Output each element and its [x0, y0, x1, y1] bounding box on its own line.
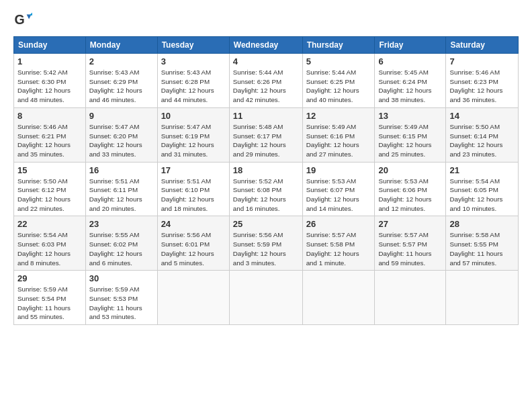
day-info: Sunrise: 5:56 AM Sunset: 6:01 PM Dayligh…: [161, 230, 226, 267]
calendar-cell: 20Sunrise: 5:53 AM Sunset: 6:06 PM Dayli…: [375, 162, 446, 216]
day-info: Sunrise: 5:49 AM Sunset: 6:15 PM Dayligh…: [378, 122, 442, 159]
calendar-cell: 16Sunrise: 5:51 AM Sunset: 6:11 PM Dayli…: [85, 162, 157, 216]
day-info: Sunrise: 5:54 AM Sunset: 6:05 PM Dayligh…: [449, 177, 515, 214]
day-number: 3: [161, 56, 226, 66]
calendar-cell: 23Sunrise: 5:55 AM Sunset: 6:02 PM Dayli…: [85, 216, 157, 271]
col-sunday: Sunday: [14, 37, 86, 54]
day-number: 5: [306, 56, 371, 66]
calendar-cell: 7Sunrise: 5:46 AM Sunset: 6:23 PM Daylig…: [446, 54, 519, 108]
day-info: Sunrise: 5:50 AM Sunset: 6:12 PM Dayligh…: [17, 177, 82, 214]
day-number: 12: [306, 111, 371, 121]
calendar-cell: 19Sunrise: 5:53 AM Sunset: 6:07 PM Dayli…: [302, 162, 375, 216]
calendar-header-row: Sunday Monday Tuesday Wednesday Thursday…: [14, 37, 519, 54]
day-info: Sunrise: 5:47 AM Sunset: 6:19 PM Dayligh…: [161, 122, 226, 159]
col-tuesday: Tuesday: [157, 37, 229, 54]
day-info: Sunrise: 5:57 AM Sunset: 5:57 PM Dayligh…: [378, 230, 442, 267]
day-number: 11: [233, 111, 299, 121]
day-info: Sunrise: 5:56 AM Sunset: 5:59 PM Dayligh…: [233, 230, 299, 267]
day-number: 19: [306, 165, 371, 175]
day-number: 27: [378, 219, 442, 229]
day-number: 18: [233, 165, 299, 175]
page-header: G: [13, 11, 519, 30]
day-info: Sunrise: 5:47 AM Sunset: 6:20 PM Dayligh…: [89, 122, 154, 159]
calendar-cell: 30Sunrise: 5:59 AM Sunset: 5:53 PM Dayli…: [85, 271, 157, 325]
day-number: 9: [89, 111, 154, 121]
day-number: 6: [378, 56, 442, 66]
calendar-cell: 18Sunrise: 5:52 AM Sunset: 6:08 PM Dayli…: [229, 162, 302, 216]
calendar-cell: 22Sunrise: 5:54 AM Sunset: 6:03 PM Dayli…: [14, 216, 86, 271]
day-info: Sunrise: 5:46 AM Sunset: 6:23 PM Dayligh…: [449, 68, 515, 105]
calendar-cell: 21Sunrise: 5:54 AM Sunset: 6:05 PM Dayli…: [446, 162, 519, 216]
day-info: Sunrise: 5:42 AM Sunset: 6:30 PM Dayligh…: [17, 68, 82, 105]
day-info: Sunrise: 5:49 AM Sunset: 6:16 PM Dayligh…: [306, 122, 371, 159]
calendar-cell: 28Sunrise: 5:58 AM Sunset: 5:55 PM Dayli…: [446, 216, 519, 271]
day-info: Sunrise: 5:46 AM Sunset: 6:21 PM Dayligh…: [17, 122, 82, 159]
day-info: Sunrise: 5:44 AM Sunset: 6:26 PM Dayligh…: [233, 68, 299, 105]
calendar-cell: 24Sunrise: 5:56 AM Sunset: 6:01 PM Dayli…: [157, 216, 229, 271]
col-thursday: Thursday: [302, 37, 375, 54]
day-number: 10: [161, 111, 226, 121]
logo: G: [13, 11, 35, 30]
day-number: 21: [449, 165, 515, 175]
day-number: 30: [89, 273, 154, 283]
calendar-cell: 2Sunrise: 5:43 AM Sunset: 6:29 PM Daylig…: [85, 54, 157, 108]
logo-icon: G: [13, 11, 32, 30]
day-info: Sunrise: 5:58 AM Sunset: 5:55 PM Dayligh…: [449, 230, 515, 267]
day-info: Sunrise: 5:59 AM Sunset: 5:54 PM Dayligh…: [17, 285, 82, 322]
day-number: 16: [89, 165, 154, 175]
calendar-cell: 8Sunrise: 5:46 AM Sunset: 6:21 PM Daylig…: [14, 107, 86, 162]
day-info: Sunrise: 5:45 AM Sunset: 6:24 PM Dayligh…: [378, 68, 442, 105]
day-info: Sunrise: 5:44 AM Sunset: 6:25 PM Dayligh…: [306, 68, 371, 105]
day-info: Sunrise: 5:53 AM Sunset: 6:07 PM Dayligh…: [306, 177, 371, 214]
calendar-cell: 10Sunrise: 5:47 AM Sunset: 6:19 PM Dayli…: [157, 107, 229, 162]
calendar-cell: 29Sunrise: 5:59 AM Sunset: 5:54 PM Dayli…: [14, 271, 86, 325]
calendar-cell: [302, 271, 375, 325]
calendar-cell: 5Sunrise: 5:44 AM Sunset: 6:25 PM Daylig…: [302, 54, 375, 108]
day-number: 17: [161, 165, 226, 175]
calendar-cell: [375, 271, 446, 325]
col-friday: Friday: [375, 37, 446, 54]
calendar-cell: 17Sunrise: 5:51 AM Sunset: 6:10 PM Dayli…: [157, 162, 229, 216]
calendar-cell: 11Sunrise: 5:48 AM Sunset: 6:17 PM Dayli…: [229, 107, 302, 162]
svg-text:G: G: [14, 12, 24, 27]
day-info: Sunrise: 5:54 AM Sunset: 6:03 PM Dayligh…: [17, 230, 82, 267]
day-info: Sunrise: 5:57 AM Sunset: 5:58 PM Dayligh…: [306, 230, 371, 267]
day-info: Sunrise: 5:52 AM Sunset: 6:08 PM Dayligh…: [233, 177, 299, 214]
calendar-cell: 15Sunrise: 5:50 AM Sunset: 6:12 PM Dayli…: [14, 162, 86, 216]
calendar-cell: [446, 271, 519, 325]
day-number: 14: [449, 111, 515, 121]
calendar-cell: 4Sunrise: 5:44 AM Sunset: 6:26 PM Daylig…: [229, 54, 302, 108]
day-info: Sunrise: 5:50 AM Sunset: 6:14 PM Dayligh…: [449, 122, 515, 159]
day-info: Sunrise: 5:51 AM Sunset: 6:11 PM Dayligh…: [89, 177, 154, 214]
day-number: 22: [17, 219, 82, 229]
day-info: Sunrise: 5:53 AM Sunset: 6:06 PM Dayligh…: [378, 177, 442, 214]
day-number: 29: [17, 273, 82, 283]
calendar-cell: 6Sunrise: 5:45 AM Sunset: 6:24 PM Daylig…: [375, 54, 446, 108]
day-number: 28: [449, 219, 515, 229]
day-number: 25: [233, 219, 299, 229]
calendar-table: Sunday Monday Tuesday Wednesday Thursday…: [13, 36, 519, 325]
calendar-cell: 12Sunrise: 5:49 AM Sunset: 6:16 PM Dayli…: [302, 107, 375, 162]
day-number: 24: [161, 219, 226, 229]
calendar-cell: 9Sunrise: 5:47 AM Sunset: 6:20 PM Daylig…: [85, 107, 157, 162]
calendar-cell: 1Sunrise: 5:42 AM Sunset: 6:30 PM Daylig…: [14, 54, 86, 108]
calendar-cell: 26Sunrise: 5:57 AM Sunset: 5:58 PM Dayli…: [302, 216, 375, 271]
calendar-cell: 25Sunrise: 5:56 AM Sunset: 5:59 PM Dayli…: [229, 216, 302, 271]
day-number: 7: [449, 56, 515, 66]
col-saturday: Saturday: [446, 37, 519, 54]
day-info: Sunrise: 5:51 AM Sunset: 6:10 PM Dayligh…: [161, 177, 226, 214]
day-number: 23: [89, 219, 154, 229]
day-number: 4: [233, 56, 299, 66]
calendar-cell: [229, 271, 302, 325]
day-number: 26: [306, 219, 371, 229]
col-monday: Monday: [85, 37, 157, 54]
day-number: 1: [17, 56, 82, 66]
day-number: 8: [17, 111, 82, 121]
day-info: Sunrise: 5:59 AM Sunset: 5:53 PM Dayligh…: [89, 285, 154, 322]
day-number: 13: [378, 111, 442, 121]
calendar-cell: 27Sunrise: 5:57 AM Sunset: 5:57 PM Dayli…: [375, 216, 446, 271]
day-info: Sunrise: 5:43 AM Sunset: 6:29 PM Dayligh…: [89, 68, 154, 105]
calendar-cell: 3Sunrise: 5:43 AM Sunset: 6:28 PM Daylig…: [157, 54, 229, 108]
calendar-cell: [157, 271, 229, 325]
day-info: Sunrise: 5:43 AM Sunset: 6:28 PM Dayligh…: [161, 68, 226, 105]
